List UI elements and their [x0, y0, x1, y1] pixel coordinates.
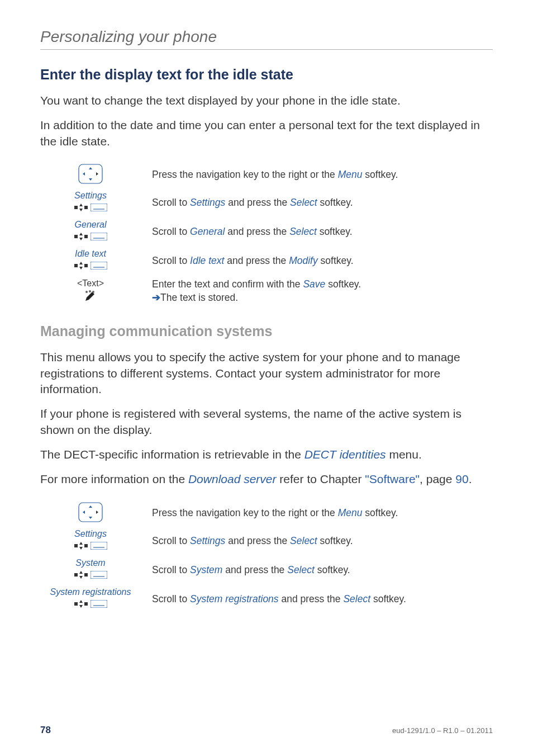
step-label: System [40, 558, 141, 568]
step-label: <Text> [40, 278, 141, 289]
softkey-icon [91, 542, 107, 550]
section2-para1: This menu allows you to specify the acti… [40, 349, 493, 397]
text: refer to Chapter [277, 472, 365, 485]
kw: DECT identities [304, 448, 386, 461]
step-enter-text: <Text> Enter the text and confirm with t… [40, 278, 493, 304]
section1-para1: You want to change the text displayed by… [40, 93, 493, 108]
text: menu. [386, 448, 422, 461]
navkey-icon [78, 502, 103, 522]
kw: Select [289, 226, 317, 237]
text: The text is stored. [160, 292, 238, 303]
step-label: Settings [40, 191, 141, 201]
softkey-icon [91, 262, 107, 270]
section2-title: Managing communication systems [40, 323, 493, 339]
kw-menu: Menu [338, 169, 363, 180]
section1-para2: In addition to the date and time you can… [40, 117, 493, 149]
text: softkey. [318, 255, 354, 266]
text: The DECT-specific information is retriev… [40, 448, 304, 461]
link-software[interactable]: "Software" [365, 472, 420, 485]
text: and press the [225, 226, 289, 237]
kw: General [190, 226, 225, 237]
text: softkey. [317, 226, 353, 237]
text: Scroll to [152, 535, 190, 546]
step-label: Idle text [40, 249, 141, 259]
section2-para2: If your phone is registered with several… [40, 406, 493, 438]
kw: Select [290, 197, 317, 208]
text: and press the [279, 593, 344, 604]
text: and press the [225, 535, 290, 546]
text: Scroll to [152, 255, 190, 266]
text: . [469, 472, 472, 485]
doc-id: eud-1291/1.0 – R1.0 – 01.2011 [392, 726, 493, 735]
step-general: General Scroll to General and press the … [40, 220, 493, 244]
link-page90[interactable]: 90 [455, 472, 468, 485]
kw: Select [290, 535, 317, 546]
text: softkey. [325, 278, 361, 290]
section2-para4: For more information on the Download ser… [40, 471, 493, 487]
kw: Select [287, 564, 315, 575]
step-label: Settings [40, 529, 141, 539]
step-label: System registrations [40, 587, 141, 597]
text: Scroll to [152, 564, 190, 575]
text: softkey. [315, 564, 350, 575]
dpad-icon [74, 202, 89, 213]
section2-para3: The DECT-specific information is retriev… [40, 447, 493, 462]
text: softkey. [317, 535, 353, 546]
text: Press the navigation key to the right or… [152, 507, 338, 518]
kw: Save [303, 278, 325, 290]
softkey-icon [91, 600, 107, 608]
page-number: 78 [40, 725, 51, 736]
text: and press the [222, 564, 287, 575]
kw: System registrations [190, 593, 279, 604]
dpad-icon [74, 260, 89, 271]
text: and press the [224, 255, 289, 266]
text: softkey. [362, 507, 398, 518]
text: Enter the text and confirm with the [152, 278, 303, 290]
step-idle-text: Idle text Scroll to Idle text and press … [40, 249, 493, 273]
text: softkey. [362, 169, 398, 180]
step-settings: Settings Scroll to Settings and press th… [40, 191, 493, 215]
text: For more information on the [40, 472, 188, 485]
kw-menu: Menu [338, 507, 363, 518]
text: Scroll to [152, 197, 190, 208]
navkey-icon [78, 164, 103, 184]
kw: Modify [289, 255, 318, 266]
rule [40, 49, 493, 50]
softkey-icon [91, 571, 107, 579]
dpad-icon [74, 569, 89, 580]
arrow-icon: ➔ [152, 292, 160, 303]
dpad-icon [74, 598, 89, 609]
kw: System [190, 564, 222, 575]
text: , page [420, 472, 455, 485]
text: Press the navigation key to the right or… [152, 169, 338, 180]
pen-icon [84, 290, 97, 302]
chapter-title: Personalizing your phone [40, 28, 493, 46]
kw: Idle text [190, 255, 224, 266]
step-system-registrations: System registrations Scroll to System re… [40, 587, 493, 612]
step-nav: Press the navigation key to the right or… [40, 164, 493, 186]
page-footer: 78 eud-1291/1.0 – R1.0 – 01.2011 [40, 725, 493, 736]
text: Scroll to [152, 593, 190, 604]
softkey-icon [91, 204, 107, 211]
step-label: General [40, 220, 141, 230]
steps2: Press the navigation key to the right or… [40, 502, 493, 612]
step-nav: Press the navigation key to the right or… [40, 502, 493, 525]
step-settings: Settings Scroll to Settings and press th… [40, 529, 493, 554]
softkey-icon [91, 233, 107, 240]
kw: Select [343, 593, 370, 604]
dpad-icon [74, 540, 89, 551]
text: softkey. [370, 593, 406, 604]
step-system: System Scroll to System and press the Se… [40, 558, 493, 583]
text: and press the [225, 197, 290, 208]
text: Scroll to [152, 226, 190, 237]
kw: Settings [190, 535, 225, 546]
section1-title: Enter the display text for the idle stat… [40, 67, 493, 83]
dpad-icon [74, 231, 89, 242]
text: softkey. [317, 197, 353, 208]
kw: Download server [188, 472, 277, 485]
kw: Settings [190, 197, 225, 208]
steps1: Press the navigation key to the right or… [40, 164, 493, 304]
